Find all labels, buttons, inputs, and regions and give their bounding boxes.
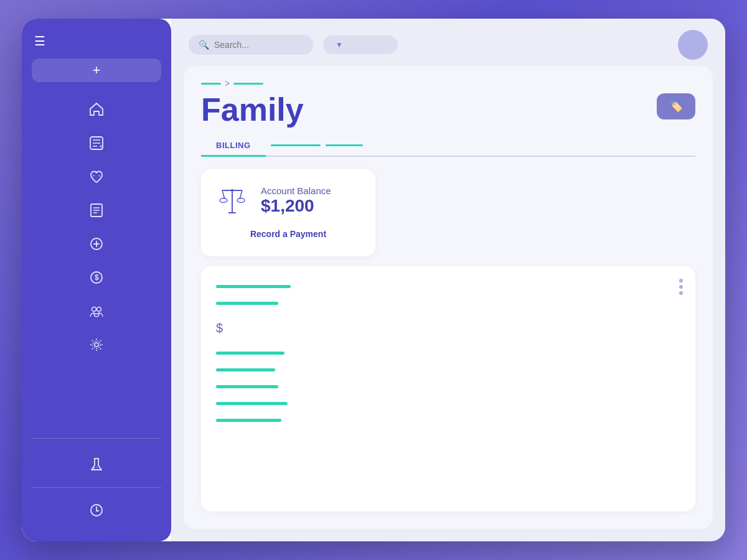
billing-card: Account Balance $1,200 Record a Payment bbox=[201, 169, 375, 256]
svg-point-4 bbox=[100, 146, 102, 147]
breadcrumb: > bbox=[201, 78, 695, 88]
svg-point-21 bbox=[93, 467, 95, 469]
page-header: Family 🏷️ bbox=[201, 93, 695, 126]
page-title: Family bbox=[201, 93, 304, 126]
lab-icon bbox=[88, 457, 105, 473]
svg-point-18 bbox=[95, 343, 98, 347]
sidebar-item-home[interactable] bbox=[22, 93, 171, 126]
breadcrumb-line-2 bbox=[233, 83, 263, 85]
transaction-line bbox=[216, 402, 288, 405]
sidebar-divider-2 bbox=[32, 487, 161, 488]
app-container: ☰ + bbox=[22, 19, 725, 541]
transaction-item-4 bbox=[216, 348, 680, 358]
transaction-item-6 bbox=[216, 381, 680, 392]
transaction-line bbox=[216, 352, 284, 355]
dropdown-button[interactable]: ▼ bbox=[323, 35, 398, 54]
svg-point-19 bbox=[93, 341, 100, 348]
page-content: > Family 🏷️ BILLING bbox=[171, 66, 725, 541]
transaction-item-3: $ bbox=[216, 315, 680, 342]
dot-2 bbox=[679, 285, 683, 289]
svg-point-28 bbox=[220, 198, 227, 203]
svg-text:$: $ bbox=[95, 273, 99, 282]
balance-label: Account Balance bbox=[261, 185, 331, 196]
chevron-down-icon: ▼ bbox=[336, 40, 343, 49]
balance-amount: $1,200 bbox=[261, 196, 331, 216]
transaction-card: $ bbox=[201, 266, 695, 511]
scales-icon bbox=[216, 184, 248, 217]
search-icon: 🔍 bbox=[199, 40, 209, 50]
care-icon bbox=[88, 169, 105, 185]
add-button[interactable]: + bbox=[32, 58, 161, 82]
tab-billing[interactable]: BILLING bbox=[201, 136, 266, 157]
dot-1 bbox=[679, 279, 683, 282]
sidebar: ☰ + bbox=[22, 19, 171, 541]
balance-info: Account Balance $1,200 bbox=[261, 185, 331, 216]
svg-point-31 bbox=[231, 189, 233, 192]
transaction-line bbox=[216, 285, 291, 288]
gear-icon bbox=[88, 337, 105, 353]
svg-point-17 bbox=[97, 307, 101, 312]
sidebar-item-contacts[interactable] bbox=[22, 127, 171, 159]
tabs-row: BILLING bbox=[201, 136, 695, 157]
svg-point-16 bbox=[92, 307, 96, 312]
transaction-line bbox=[216, 368, 275, 371]
dollar-sign: $ bbox=[216, 321, 680, 335]
sidebar-header: ☰ bbox=[22, 19, 171, 58]
transaction-item-5 bbox=[216, 365, 680, 375]
breadcrumb-arrow-icon: > bbox=[225, 78, 230, 88]
team-icon bbox=[88, 303, 105, 319]
finance-icon: $ bbox=[88, 269, 105, 286]
action-icon: 🏷️ bbox=[669, 100, 683, 113]
transaction-line bbox=[216, 302, 278, 305]
sidebar-item-add-medical[interactable] bbox=[22, 228, 171, 260]
svg-point-5 bbox=[93, 175, 95, 177]
sidebar-item-settings[interactable] bbox=[22, 329, 171, 361]
header-action-button[interactable]: 🏷️ bbox=[657, 93, 695, 119]
svg-point-6 bbox=[99, 175, 100, 177]
transaction-item-1 bbox=[216, 281, 680, 292]
sidebar-item-history[interactable] bbox=[22, 494, 171, 526]
main-content: 🔍 ▼ > Family bbox=[171, 19, 725, 541]
transaction-item-8 bbox=[216, 415, 680, 426]
sidebar-divider-1 bbox=[32, 438, 161, 439]
svg-point-22 bbox=[96, 467, 98, 468]
svg-point-29 bbox=[237, 198, 245, 203]
avatar-button[interactable] bbox=[678, 30, 708, 60]
topbar: 🔍 ▼ bbox=[171, 19, 725, 66]
breadcrumb-line-1 bbox=[201, 83, 221, 85]
sidebar-item-care[interactable] bbox=[22, 161, 171, 193]
record-payment-button[interactable]: Record a Payment bbox=[216, 226, 360, 241]
sidebar-bottom bbox=[22, 444, 171, 541]
transaction-item-2 bbox=[216, 298, 680, 309]
sidebar-item-tasks[interactable] bbox=[22, 194, 171, 226]
sidebar-item-team[interactable] bbox=[22, 295, 171, 327]
sidebar-nav: $ bbox=[22, 87, 171, 433]
tasks-icon bbox=[88, 202, 105, 218]
contacts-icon bbox=[88, 135, 105, 151]
history-icon bbox=[88, 502, 105, 518]
search-bar: 🔍 bbox=[189, 35, 313, 55]
sidebar-item-finance[interactable]: $ bbox=[22, 261, 171, 294]
add-medical-icon bbox=[88, 236, 105, 252]
transaction-line bbox=[216, 385, 278, 388]
tab-line-2 bbox=[271, 144, 321, 146]
hamburger-icon[interactable]: ☰ bbox=[34, 34, 45, 49]
transaction-item-7 bbox=[216, 398, 680, 409]
transaction-line bbox=[216, 419, 281, 422]
home-icon bbox=[88, 101, 105, 118]
search-input[interactable] bbox=[214, 40, 301, 50]
balance-row: Account Balance $1,200 bbox=[216, 184, 360, 217]
page-card: > Family 🏷️ BILLING bbox=[184, 66, 713, 529]
transaction-list: $ bbox=[216, 281, 680, 426]
more-options-button[interactable] bbox=[679, 279, 683, 295]
tab-line-3 bbox=[326, 144, 363, 146]
sidebar-item-lab[interactable] bbox=[22, 449, 171, 481]
dot-3 bbox=[679, 291, 683, 295]
